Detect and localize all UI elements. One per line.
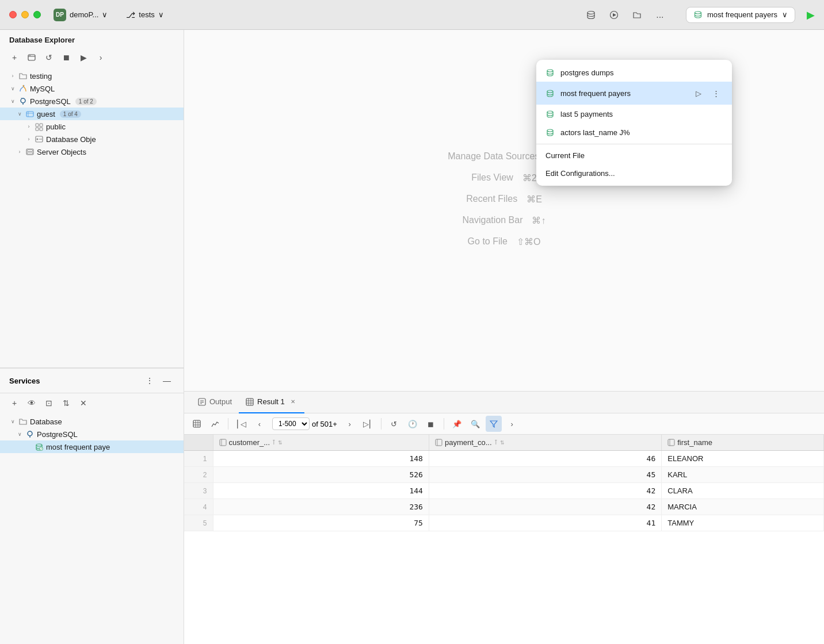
svg-rect-11: [36, 124, 39, 126]
filter-active-btn[interactable]: [486, 416, 502, 432]
query-icon: [35, 442, 44, 451]
grid-view-btn[interactable]: [189, 416, 205, 432]
tree-label: testing: [30, 72, 52, 80]
search-btn[interactable]: 🔍: [467, 416, 483, 432]
dropdown-item-actions: ▷ ⋮: [692, 86, 723, 100]
services-tree-query[interactable]: most frequent paye: [0, 440, 184, 453]
run-button[interactable]: ▶: [807, 9, 815, 21]
services-view-btn[interactable]: 👁: [24, 396, 39, 411]
services-header: Services ⋮ —: [0, 369, 184, 393]
table-header-row: customer_... ⊺ ⇅: [184, 435, 824, 451]
dropdown-item-most-frequent-payers[interactable]: most frequent payers ▷ ⋮: [536, 82, 732, 105]
tree-item-server-objects[interactable]: › Server Objects: [0, 145, 184, 158]
chart-view-btn[interactable]: [207, 416, 223, 432]
tree-item-guest[interactable]: ∨ guest 1 of 4: [0, 108, 184, 120]
tab-label: Output: [209, 397, 232, 406]
tree-label: Server Objects: [37, 148, 86, 156]
db-icon: [545, 89, 555, 98]
close-result-tab-btn[interactable]: ✕: [288, 397, 297, 407]
cell-payment-count: 46: [429, 451, 661, 467]
history-btn[interactable]: 🕐: [405, 416, 421, 432]
services-sort-btn[interactable]: ⇅: [59, 396, 74, 411]
services-more-btn[interactable]: ⋮: [142, 373, 157, 388]
services-group-btn[interactable]: ⊡: [41, 396, 56, 411]
services-minimize-btn[interactable]: —: [159, 373, 174, 388]
dropdown-item-postgres-dumps[interactable]: postgres dumps: [536, 63, 732, 82]
th-label: customer_...: [229, 438, 270, 447]
filter-icon[interactable]: ⊺: [272, 439, 276, 446]
expand-right-btn[interactable]: ›: [504, 416, 520, 432]
tree-item-db-objects[interactable]: › Database Obje: [0, 133, 184, 145]
postgresql-icon: [25, 430, 35, 439]
window-controls: [9, 11, 41, 18]
database-icon-btn[interactable]: [581, 5, 601, 25]
stop-btn[interactable]: ◼: [423, 416, 439, 432]
more-item-btn[interactable]: ⋮: [709, 86, 723, 100]
dropdown-item-last-5-payments[interactable]: last 5 payments: [536, 105, 732, 123]
prev-page-btn[interactable]: ‹: [251, 416, 268, 432]
run-config-selector[interactable]: most frequent payers ∨: [686, 7, 795, 23]
run-icon-btn[interactable]: [604, 5, 624, 25]
pin-btn[interactable]: 📌: [449, 416, 465, 432]
tree-item-testing[interactable]: › testing: [0, 70, 184, 82]
cell-row-num: 4: [184, 499, 213, 515]
page-range-select[interactable]: 1-500: [272, 417, 310, 430]
cell-first-name: KARL: [662, 467, 824, 483]
fullscreen-window-btn[interactable]: [33, 11, 41, 18]
first-page-btn[interactable]: ⎢◁: [233, 416, 249, 432]
tab-result1[interactable]: Result 1 ✕: [239, 392, 304, 413]
reload-btn[interactable]: ↺: [386, 416, 402, 432]
tab-output[interactable]: Output: [191, 392, 239, 413]
more-options-btn[interactable]: ...: [650, 5, 670, 25]
folder-icon: [18, 417, 28, 426]
refresh-btn[interactable]: ↺: [41, 50, 56, 65]
chevron-down-icon: ∨: [9, 85, 16, 92]
separator: [444, 418, 444, 430]
column-icon: [219, 439, 227, 446]
branch-selector[interactable]: ⎇ tests ∨: [120, 8, 169, 22]
dropdown-divider: [536, 144, 732, 144]
sort-icon[interactable]: ⇅: [500, 440, 505, 446]
services-close-btn[interactable]: ✕: [76, 396, 91, 411]
dropdown-item-actors-last-name[interactable]: actors last_name J%: [536, 123, 732, 141]
tree-item-postgresql[interactable]: ∨ PostgreSQL 1 of 2: [0, 95, 184, 108]
run-item-btn[interactable]: ▷: [692, 86, 705, 100]
datasource-settings-btn[interactable]: [24, 50, 39, 65]
dropdown-item-edit-configurations[interactable]: Edit Configurations...: [536, 164, 732, 182]
last-page-btn[interactable]: ▷⎢: [360, 416, 376, 432]
disconnect-btn[interactable]: ⏹: [59, 50, 74, 65]
tree-item-public[interactable]: › public: [0, 120, 184, 133]
next-page-btn[interactable]: ›: [342, 416, 358, 432]
sort-icon[interactable]: ⇅: [278, 440, 283, 446]
tree-item-mysql[interactable]: ∨ MySQL: [0, 82, 184, 95]
column-icon: [435, 439, 442, 446]
tree-label: MySQL: [30, 85, 55, 93]
no-chevron: [25, 443, 32, 450]
shortcut-key: ⌘2: [522, 172, 537, 183]
expand-toolbar-btn[interactable]: ›: [93, 50, 108, 65]
shortcut-label: Manage Data Sources: [448, 151, 539, 162]
db-icon: [545, 109, 555, 118]
filter-icon[interactable]: ⊺: [494, 439, 498, 446]
services-add-btn[interactable]: +: [7, 396, 22, 411]
ellipsis-icon: ...: [656, 10, 663, 20]
dropdown-item-label: last 5 payments: [560, 110, 613, 118]
cell-row-num: 5: [184, 515, 213, 531]
minimize-window-btn[interactable]: [21, 11, 29, 18]
folder-icon-btn[interactable]: [627, 5, 647, 25]
project-selector[interactable]: DP demoP... ∨: [48, 6, 113, 24]
cell-customer-id: 236: [213, 499, 429, 515]
results-toolbar: ⎢◁ ‹ 1-500 of 501+ › ▷⎢ ↺ 🕐 ◼: [184, 413, 824, 435]
add-datasource-btn[interactable]: +: [7, 50, 22, 65]
close-window-btn[interactable]: [9, 11, 17, 18]
svg-point-16: [37, 139, 39, 140]
cell-customer-id: 144: [213, 483, 429, 499]
open-console-btn[interactable]: ▶: [76, 50, 91, 65]
dropdown-item-current-file[interactable]: Current File: [536, 147, 732, 164]
chevron-down-icon: ∨: [16, 431, 23, 438]
services-tree-postgresql[interactable]: ∨ PostgreSQL: [0, 428, 184, 440]
run-config-dropdown: postgres dumps most frequent payers ▷ ⋮: [536, 60, 732, 186]
server-icon: [25, 147, 35, 156]
services-tree-database[interactable]: ∨ Database: [0, 415, 184, 428]
svg-point-3: [695, 12, 701, 14]
